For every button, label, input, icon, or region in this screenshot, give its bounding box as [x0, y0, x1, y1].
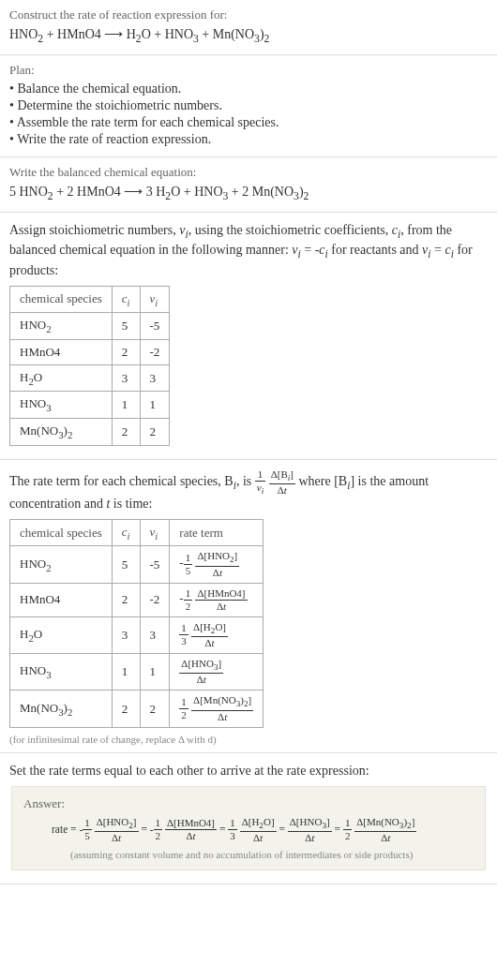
table-row: H2O 3 3 [10, 364, 170, 392]
cell-c: 2 [112, 339, 140, 364]
stoich-intro: Assign stoichiometric numbers, νi, using… [9, 222, 488, 280]
col-rate: rate term [170, 519, 264, 546]
cell-nu: 3 [140, 616, 170, 653]
rate-expression: rate = -15 Δ[HNO2]Δt = -12 Δ[HMnO4]Δt = … [23, 817, 474, 843]
plan-item: • Determine the stoichiometric numbers. [9, 98, 488, 113]
cell-species: Mn(NO3)2 [10, 418, 113, 445]
table-row: HNO2 5 -5 -15 Δ[HNO2]Δt [10, 546, 264, 583]
header-prompt: Construct the rate of reaction expressio… [9, 7, 488, 22]
cell-nu: 2 [140, 418, 170, 445]
balanced-equation: 5 HNO2 + 2 HMnO4 ⟶ 3 H2O + HNO3 + 2 Mn(N… [9, 184, 488, 202]
cell-species: HNO3 [10, 654, 113, 690]
cell-species: HNO2 [10, 546, 113, 583]
plan-section: Plan: • Balance the chemical equation. •… [0, 55, 497, 157]
col-ci: ci [112, 286, 140, 313]
table-row: H2O 3 3 13 Δ[H2O]Δt [10, 616, 264, 653]
cell-species: HMnO4 [10, 339, 113, 364]
balanced-section: Write the balanced chemical equation: 5 … [0, 157, 497, 213]
cell-nu: 1 [140, 654, 170, 690]
cell-rate: -15 Δ[HNO2]Δt [170, 546, 264, 583]
header-section: Construct the rate of reaction expressio… [0, 0, 497, 55]
cell-nu: 2 [140, 690, 170, 727]
cell-nu: -5 [140, 313, 170, 340]
col-ci: ci [112, 519, 140, 546]
cell-rate: -12 Δ[HMnO4]Δt [170, 583, 264, 616]
rate-terms-note: (for infinitesimal rate of change, repla… [9, 734, 488, 745]
table-row: Mn(NO3)2 2 2 [10, 418, 170, 445]
plan-title: Plan: [9, 63, 488, 78]
cell-species: HMnO4 [10, 583, 113, 616]
cell-nu: 1 [140, 392, 170, 419]
balanced-prompt: Write the balanced chemical equation: [9, 165, 488, 180]
table-row: HMnO4 2 -2 -12 Δ[HMnO4]Δt [10, 583, 264, 616]
cell-c: 2 [112, 418, 140, 445]
cell-nu: -5 [140, 546, 170, 583]
cell-nu: 3 [140, 364, 170, 392]
answer-label: Answer: [23, 796, 474, 811]
rate-terms-intro: The rate term for each chemical species,… [9, 469, 488, 513]
cell-nu: -2 [140, 583, 170, 616]
cell-c: 5 [112, 313, 140, 340]
plan-item: • Balance the chemical equation. [9, 82, 488, 97]
cell-c: 1 [112, 654, 140, 690]
cell-c: 2 [112, 690, 140, 727]
table-row: HMnO4 2 -2 [10, 339, 170, 364]
col-nui: νi [140, 286, 170, 313]
cell-rate: 13 Δ[H2O]Δt [170, 616, 264, 653]
rate-terms-table: chemical species ci νi rate term HNO2 5 … [9, 519, 264, 728]
cell-species: H2O [10, 364, 113, 392]
col-species: chemical species [10, 519, 113, 546]
stoich-section: Assign stoichiometric numbers, νi, using… [0, 213, 497, 460]
cell-c: 3 [112, 364, 140, 392]
rate-terms-section: The rate term for each chemical species,… [0, 460, 497, 753]
table-row: Mn(NO3)2 2 2 12 Δ[Mn(NO3)2]Δt [10, 690, 264, 727]
cell-species: Mn(NO3)2 [10, 690, 113, 727]
answer-box: Answer: rate = -15 Δ[HNO2]Δt = -12 Δ[HMn… [11, 786, 486, 870]
cell-c: 2 [112, 583, 140, 616]
cell-c: 5 [112, 546, 140, 583]
cell-rate: 12 Δ[Mn(NO3)2]Δt [170, 690, 264, 727]
answer-note: (assuming constant volume and no accumul… [23, 849, 474, 860]
stoich-table: chemical species ci νi HNO2 5 -5 HMnO4 2… [9, 286, 170, 446]
table-row: HNO2 5 -5 [10, 313, 170, 340]
table-header-row: chemical species ci νi rate term [10, 519, 264, 546]
cell-nu: -2 [140, 339, 170, 364]
cell-c: 3 [112, 616, 140, 653]
table-row: HNO3 1 1 Δ[HNO3]Δt [10, 654, 264, 690]
unbalanced-equation: HNO2 + HMnO4 ⟶ H2O + HNO3 + Mn(NO3)2 [9, 26, 488, 45]
table-row: HNO3 1 1 [10, 392, 170, 419]
cell-species: HNO3 [10, 392, 113, 419]
plan-item: • Write the rate of reaction expression. [9, 132, 488, 147]
col-species: chemical species [10, 286, 113, 313]
cell-rate: Δ[HNO3]Δt [170, 654, 264, 690]
final-prompt: Set the rate terms equal to each other t… [9, 763, 488, 780]
cell-c: 1 [112, 392, 140, 419]
cell-species: H2O [10, 616, 113, 653]
cell-species: HNO2 [10, 313, 113, 340]
final-section: Set the rate terms equal to each other t… [0, 753, 497, 884]
table-header-row: chemical species ci νi [10, 286, 170, 313]
col-nui: νi [140, 519, 170, 546]
plan-item: • Assemble the rate term for each chemic… [9, 115, 488, 130]
